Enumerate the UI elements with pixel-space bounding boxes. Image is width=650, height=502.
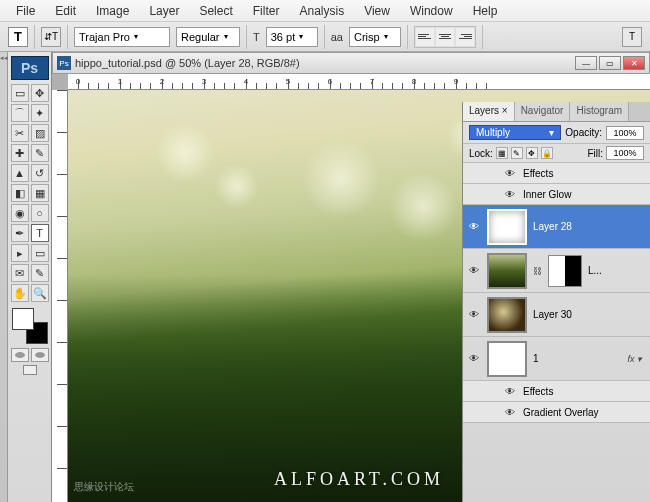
tool-preset-button[interactable]: T (8, 27, 28, 47)
quickmask-mode-button[interactable] (31, 348, 49, 362)
layer-row[interactable]: 👁 ⛓ L... (463, 249, 650, 293)
eyedropper-tool[interactable]: ✎ (31, 264, 49, 282)
menu-analysis[interactable]: Analysis (289, 2, 354, 20)
history-brush-tool[interactable]: ↺ (31, 164, 49, 182)
visibility-toggle[interactable]: 👁 (503, 187, 517, 201)
effects-row[interactable]: 👁 Effects (463, 163, 650, 184)
fill-label: Fill: (587, 148, 603, 159)
notes-tool[interactable]: ✉ (11, 264, 29, 282)
visibility-toggle[interactable]: 👁 (503, 166, 517, 180)
dock-strip[interactable]: ◂◂ (0, 52, 8, 502)
align-right-button[interactable] (456, 28, 474, 46)
opacity-field[interactable] (606, 126, 644, 140)
type-tool[interactable]: T (31, 224, 49, 242)
shape-tool[interactable]: ▭ (31, 244, 49, 262)
effect-inner-glow[interactable]: 👁 Inner Glow (463, 184, 650, 205)
close-button[interactable]: ✕ (623, 56, 645, 70)
divider (407, 25, 408, 49)
magic-wand-tool[interactable]: ✦ (31, 104, 49, 122)
layer-name[interactable]: Layer 30 (533, 309, 572, 320)
visibility-toggle[interactable]: 👁 (467, 220, 481, 234)
gradient-tool[interactable]: ▦ (31, 184, 49, 202)
lock-transparency-button[interactable]: ▦ (496, 147, 508, 159)
document-icon: Ps (57, 56, 71, 70)
menu-select[interactable]: Select (189, 2, 242, 20)
blur-tool[interactable]: ◉ (11, 204, 29, 222)
tab-layers[interactable]: Layers × (463, 102, 515, 121)
visibility-toggle[interactable]: 👁 (467, 308, 481, 322)
maximize-button[interactable]: ▭ (599, 56, 621, 70)
minimize-button[interactable]: — (575, 56, 597, 70)
dodge-tool[interactable]: ○ (31, 204, 49, 222)
healing-tool[interactable]: ✚ (11, 144, 29, 162)
hand-tool[interactable]: ✋ (11, 284, 29, 302)
warp-text-button[interactable]: T (622, 27, 642, 47)
zoom-tool[interactable]: 🔍 (31, 284, 49, 302)
effect-gradient-overlay[interactable]: 👁 Gradient Overlay (463, 402, 650, 423)
ruler-horizontal[interactable]: 0123456789 (68, 74, 650, 90)
font-family-dropdown[interactable]: Trajan Pro (74, 27, 170, 47)
layer-thumbnail[interactable] (487, 341, 527, 377)
font-style-dropdown[interactable]: Regular (176, 27, 240, 47)
visibility-toggle[interactable]: 👁 (467, 264, 481, 278)
brush-tool[interactable]: ✎ (31, 144, 49, 162)
blend-mode-dropdown[interactable]: Multiply▾ (469, 125, 561, 140)
layer-thumbnail[interactable] (487, 209, 527, 245)
align-left-button[interactable] (416, 28, 434, 46)
layer-mask-thumbnail[interactable] (548, 255, 582, 287)
slice-tool[interactable]: ▨ (31, 124, 49, 142)
lock-position-button[interactable]: ✥ (526, 147, 538, 159)
layer-name[interactable]: 1 (533, 353, 539, 364)
marquee-tool[interactable]: ▭ (11, 84, 29, 102)
antialias-dropdown[interactable]: Crisp (349, 27, 401, 47)
link-icon: ⛓ (533, 266, 542, 276)
document-title: hippo_tutorial.psd @ 50% (Layer 28, RGB/… (75, 57, 571, 69)
crop-tool[interactable]: ✂ (11, 124, 29, 142)
layer-row[interactable]: 👁 1 fx ▾ (463, 337, 650, 381)
move-tool[interactable]: ✥ (31, 84, 49, 102)
layer-row[interactable]: 👁 Layer 28 (463, 205, 650, 249)
menu-edit[interactable]: Edit (45, 2, 86, 20)
menu-view[interactable]: View (354, 2, 400, 20)
foreground-swatch[interactable] (12, 308, 34, 330)
layer-thumbnail[interactable] (487, 297, 527, 333)
menu-file[interactable]: File (6, 2, 45, 20)
lasso-tool[interactable]: ⌒ (11, 104, 29, 122)
menu-filter[interactable]: Filter (243, 2, 290, 20)
align-center-button[interactable] (436, 28, 454, 46)
menu-help[interactable]: Help (463, 2, 508, 20)
effects-row[interactable]: 👁 Effects (463, 381, 650, 402)
divider (324, 25, 325, 49)
path-select-tool[interactable]: ▸ (11, 244, 29, 262)
menu-layer[interactable]: Layer (139, 2, 189, 20)
lock-paint-button[interactable]: ✎ (511, 147, 523, 159)
document-titlebar[interactable]: Ps hippo_tutorial.psd @ 50% (Layer 28, R… (52, 52, 650, 74)
menu-window[interactable]: Window (400, 2, 463, 20)
color-swatches[interactable] (12, 308, 48, 344)
lock-all-button[interactable]: 🔒 (541, 147, 553, 159)
layer-thumbnail[interactable] (487, 253, 527, 289)
pen-tool[interactable]: ✒ (11, 224, 29, 242)
layer-name[interactable]: Layer 28 (533, 221, 572, 232)
layer-row[interactable]: 👁 Layer 30 (463, 293, 650, 337)
effects-label: Effects (523, 386, 553, 397)
visibility-toggle[interactable]: 👁 (467, 352, 481, 366)
layer-list[interactable]: 👁 Effects 👁 Inner Glow 👁 Layer 28 👁 ⛓ L.… (463, 163, 650, 487)
watermark-text: ALFOART.COM (274, 469, 444, 490)
visibility-toggle[interactable]: 👁 (503, 405, 517, 419)
tab-navigator[interactable]: Navigator (515, 102, 571, 121)
tab-histogram[interactable]: Histogram (570, 102, 629, 121)
divider (34, 25, 35, 49)
ruler-vertical[interactable] (52, 90, 68, 502)
fill-field[interactable] (606, 146, 644, 160)
font-size-dropdown[interactable]: 36 pt (266, 27, 318, 47)
eraser-tool[interactable]: ◧ (11, 184, 29, 202)
fx-badge[interactable]: fx ▾ (623, 354, 646, 364)
menu-image[interactable]: Image (86, 2, 139, 20)
text-orientation-button[interactable]: ⇵T (41, 27, 61, 47)
screenmode-button[interactable] (23, 365, 37, 375)
layer-name[interactable]: L... (588, 265, 602, 276)
visibility-toggle[interactable]: 👁 (503, 384, 517, 398)
standard-mode-button[interactable] (11, 348, 29, 362)
stamp-tool[interactable]: ▲ (11, 164, 29, 182)
